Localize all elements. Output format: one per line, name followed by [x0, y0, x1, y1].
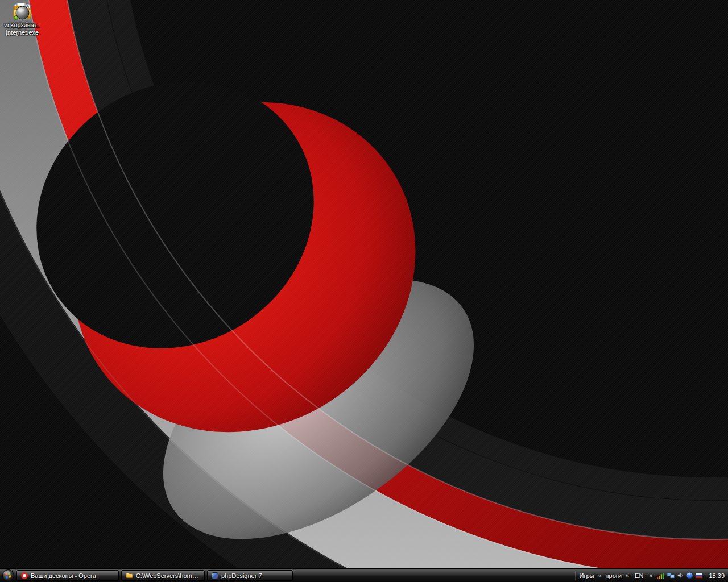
- toolbar-progs[interactable]: проги: [606, 572, 622, 579]
- task-label: phpDesigner 7: [221, 572, 262, 579]
- separator: [575, 571, 576, 580]
- desktop-icon-recycle-bin[interactable]: Корзина: [0, 0, 44, 29]
- taskbar: Ваши дескопы - Opera C:\WebServers\home.…: [0, 568, 728, 582]
- chevron-expand-icon[interactable]: »: [598, 572, 601, 579]
- toolbar-games[interactable]: Игры: [580, 572, 594, 579]
- icon-label: Корзина: [9, 22, 36, 29]
- volume-icon[interactable]: [677, 572, 684, 579]
- wallpaper: [0, 0, 728, 568]
- opera-icon: [21, 572, 28, 579]
- taskbar-clock[interactable]: 18:39: [707, 572, 725, 579]
- signal-bars-icon[interactable]: [656, 572, 665, 579]
- folder-icon: [126, 572, 133, 579]
- app-orb-icon[interactable]: [686, 572, 693, 579]
- start-button[interactable]: [2, 569, 14, 581]
- task-label: C:\WebServers\home...: [136, 572, 200, 579]
- desktop[interactable]: Мой компьютер Мои документы MegaFon Inte…: [0, 0, 728, 568]
- language-indicator[interactable]: EN: [633, 572, 645, 580]
- system-tray: [656, 572, 703, 579]
- taskbar-task-webservers-folder[interactable]: C:\WebServers\home...: [121, 570, 205, 581]
- chevron-expand-icon[interactable]: »: [626, 572, 629, 579]
- network-icon[interactable]: [667, 572, 675, 579]
- taskbar-right-section: Игры » проги » EN «: [575, 571, 726, 580]
- recycle-bin-icon: [15, 0, 30, 20]
- task-label: Ваши дескопы - Opera: [31, 572, 96, 579]
- taskbar-task-opera[interactable]: Ваши дескопы - Opera: [16, 570, 119, 581]
- phpdesigner-icon: [212, 572, 218, 579]
- chevron-collapse-icon[interactable]: «: [649, 572, 652, 579]
- taskbar-task-phpdesigner[interactable]: phpDesigner 7: [207, 570, 293, 581]
- language-flag-icon[interactable]: [695, 572, 703, 579]
